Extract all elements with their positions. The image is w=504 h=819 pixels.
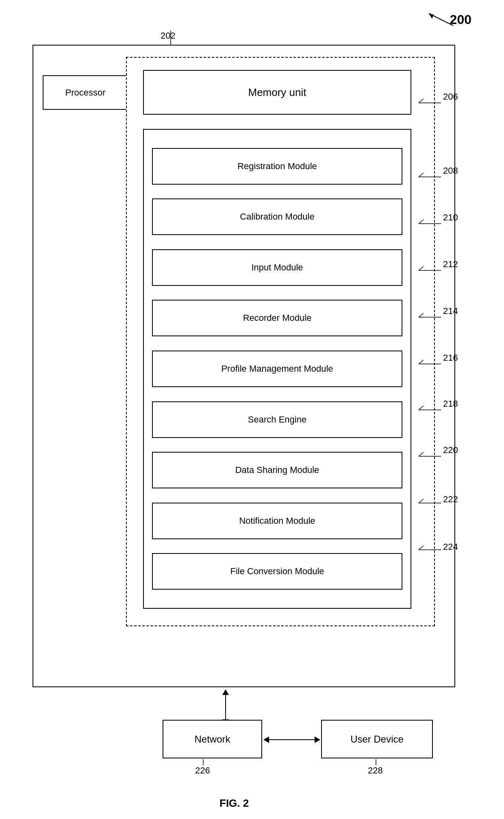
figure-arrow [425,11,457,28]
search-engine-label: Search Engine [248,414,306,425]
diagram: 200 202 204 Processor Memory unit [0,0,504,819]
memory-unit-label: Memory unit [248,86,306,99]
file-conversion-module-label: File Conversion Module [230,566,324,577]
svg-line-19 [419,452,424,456]
svg-line-5 [419,99,424,103]
network-userdevice-arrow [263,736,320,743]
svg-line-23 [419,546,424,550]
label-218-text: 218 [443,399,458,409]
module-row-notification: Notification Module [152,503,402,539]
svg-line-21 [419,499,424,503]
registration-module-box: Registration Module [152,148,402,185]
label-222-text: 222 [443,494,458,505]
label-224-text: 224 [443,542,458,552]
label-212-text: 212 [443,259,458,270]
label-206-text: 206 [443,91,458,102]
processor-label: Processor [65,87,105,98]
memory-unit-box: Memory unit [143,70,411,115]
label-228-text: 228 [368,765,383,776]
notification-module-label: Notification Module [239,516,315,526]
label-226-text: 226 [195,765,210,776]
recorder-module-box: Recorder Module [152,300,402,336]
input-module-label: Input Module [251,262,303,273]
svg-line-13 [419,313,424,317]
module-row-search: Search Engine [152,401,402,438]
modules-container: Registration Module Calibration Module I… [143,129,411,609]
registration-module-label: Registration Module [237,161,317,172]
search-engine-box: Search Engine [152,401,402,438]
module-row-registration: Registration Module [152,148,402,185]
notification-module-box: Notification Module [152,503,402,539]
profile-module-box: Profile Management Module [152,351,402,387]
svg-marker-1 [429,13,434,19]
profile-module-label: Profile Management Module [221,364,333,374]
arrow-right-head2 [315,736,320,743]
callout-228-line [374,759,378,765]
arrow-left-head2 [263,736,269,743]
user-device-box: User Device [321,720,433,758]
label-214-text: 214 [443,306,458,316]
svg-line-17 [419,406,424,410]
label-210-text: 210 [443,212,458,223]
network-box: Network [163,720,262,758]
module-row-data-sharing: Data Sharing Module [152,452,402,488]
label-208-text: 208 [443,166,458,176]
processor-box: Processor [43,75,128,110]
svg-line-7 [419,173,424,177]
recorder-module-label: Recorder Module [243,313,312,323]
arrow-up-head [222,689,229,695]
calibration-module-label: Calibration Module [240,211,314,222]
dashed-inner-box: Memory unit Registration Module Calibrat… [126,57,435,626]
arrow-h2-line [269,739,315,740]
label-216-text: 216 [443,353,458,363]
svg-line-11 [419,266,424,270]
callout-226-line [201,759,205,765]
svg-line-9 [419,220,424,224]
arrow-v-line [225,695,226,719]
module-row-profile: Profile Management Module [152,351,402,387]
module-row-file-conversion: File Conversion Module [152,553,402,590]
module-row-input: Input Module [152,249,402,286]
input-module-box: Input Module [152,249,402,286]
calibration-module-box: Calibration Module [152,198,402,235]
svg-line-15 [419,360,424,364]
fig2-label: FIG. 2 [219,797,249,810]
label-220-text: 220 [443,445,458,455]
network-label: Network [194,734,230,745]
file-conversion-module-box: File Conversion Module [152,553,402,590]
module-row-recorder: Recorder Module [152,300,402,336]
user-device-label: User Device [350,734,404,745]
data-sharing-module-label: Data Sharing Module [235,465,319,475]
data-sharing-module-box: Data Sharing Module [152,452,402,488]
module-row-calibration: Calibration Module [152,198,402,235]
